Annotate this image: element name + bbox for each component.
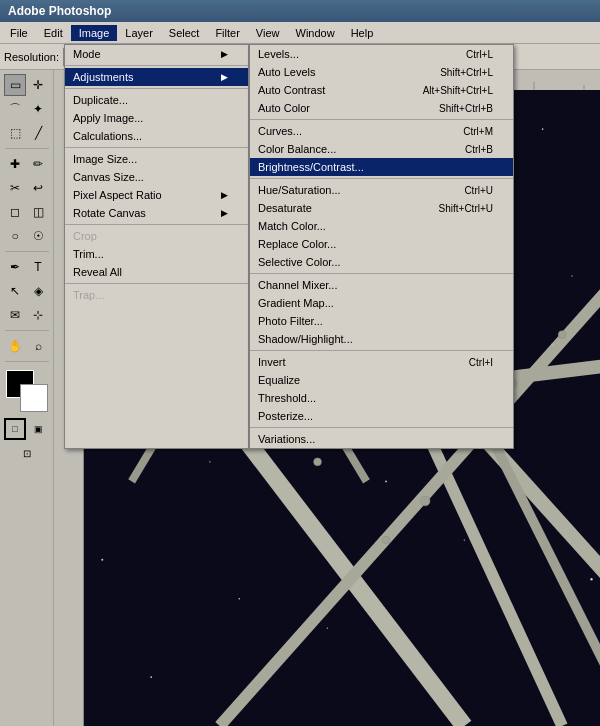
mode-arrow: ▶	[221, 49, 228, 59]
menu-item-mode-label: Mode	[73, 48, 101, 60]
adj-equalize[interactable]: Equalize	[250, 371, 513, 389]
adj-levels[interactable]: Levels... Ctrl+L	[250, 45, 513, 63]
menu-item-image-size[interactable]: Image Size...	[65, 150, 248, 168]
eyedropper-tool[interactable]: ⊹	[27, 304, 49, 326]
zoom-tool[interactable]: ⌕	[27, 335, 49, 357]
menu-item-adjustments[interactable]: Adjustments ▶	[65, 68, 248, 86]
menu-view[interactable]: View	[248, 25, 288, 41]
eraser-tool[interactable]: ◻	[4, 201, 26, 223]
adj-posterize[interactable]: Posterize...	[250, 407, 513, 425]
clone-tool[interactable]: ✂	[4, 177, 26, 199]
adj-match-color[interactable]: Match Color...	[250, 217, 513, 235]
adj-desaturate[interactable]: Desaturate Shift+Ctrl+U	[250, 199, 513, 217]
menu-item-calculations-label: Calculations...	[73, 130, 142, 142]
adj-variations[interactable]: Variations...	[250, 430, 513, 448]
standard-mode[interactable]: □	[4, 418, 26, 440]
background-color[interactable]	[20, 384, 48, 412]
tool-separator-1	[5, 148, 49, 149]
screen-mode[interactable]: ⊡	[16, 442, 38, 464]
hand-tool[interactable]: ✋	[4, 335, 26, 357]
adj-invert-label: Invert	[258, 356, 286, 368]
adj-replace-color[interactable]: Replace Color...	[250, 235, 513, 253]
color-swatch[interactable]	[6, 370, 48, 412]
adj-auto-contrast[interactable]: Auto Contrast Alt+Shift+Ctrl+L	[250, 81, 513, 99]
image-menu: Mode ▶ Adjustments ▶ Duplicate... Apply …	[64, 44, 249, 449]
adj-brightness-contrast[interactable]: Brightness/Contrast...	[250, 158, 513, 176]
text-tool[interactable]: T	[27, 256, 49, 278]
marquee-tool[interactable]: ▭	[4, 74, 26, 96]
title-bar: Adobe Photoshop	[0, 0, 600, 22]
menu-item-rotate-canvas[interactable]: Rotate Canvas ▶	[65, 204, 248, 222]
separator-1	[65, 65, 248, 66]
menu-layer[interactable]: Layer	[117, 25, 161, 41]
adj-auto-color-shortcut: Shift+Ctrl+B	[439, 103, 493, 114]
adj-posterize-label: Posterize...	[258, 410, 313, 422]
history-brush-tool[interactable]: ↩	[27, 177, 49, 199]
menu-item-calculations[interactable]: Calculations...	[65, 127, 248, 145]
adj-shadow-highlight[interactable]: Shadow/Highlight...	[250, 330, 513, 348]
tool-separator-4	[5, 361, 49, 362]
slice-tool[interactable]: ╱	[27, 122, 49, 144]
dodge-tool[interactable]: ○	[4, 225, 26, 247]
menu-select[interactable]: Select	[161, 25, 208, 41]
adj-auto-contrast-label: Auto Contrast	[258, 84, 325, 96]
lasso-tool[interactable]: ⌒	[4, 98, 26, 120]
menu-item-trap: Trap...	[65, 286, 248, 304]
menu-filter[interactable]: Filter	[207, 25, 247, 41]
menu-item-trim[interactable]: Trim...	[65, 245, 248, 263]
adj-gradient-map[interactable]: Gradient Map...	[250, 294, 513, 312]
adj-sep-2	[250, 178, 513, 179]
menu-image[interactable]: Image	[71, 25, 118, 41]
adj-curves-shortcut: Ctrl+M	[463, 126, 493, 137]
adj-channel-mixer[interactable]: Channel Mixer...	[250, 276, 513, 294]
adj-photo-filter[interactable]: Photo Filter...	[250, 312, 513, 330]
adj-color-balance[interactable]: Color Balance... Ctrl+B	[250, 140, 513, 158]
svg-point-54	[382, 536, 390, 544]
menu-item-image-size-label: Image Size...	[73, 153, 137, 165]
tools-panel: ▭ ✛ ⌒ ✦ ⬚ ╱ ✚ ✏ ✂ ↩ ◻ ◫ ○ ☉ ✒	[0, 70, 54, 726]
menu-item-mode[interactable]: Mode ▶	[65, 45, 248, 63]
path-select-tool[interactable]: ↖	[4, 280, 26, 302]
tool-separator-2	[5, 251, 49, 252]
adj-auto-color[interactable]: Auto Color Shift+Ctrl+B	[250, 99, 513, 117]
menu-item-duplicate[interactable]: Duplicate...	[65, 91, 248, 109]
quick-mask-mode[interactable]: ▣	[27, 418, 49, 440]
menu-help[interactable]: Help	[343, 25, 382, 41]
adj-invert[interactable]: Invert Ctrl+I	[250, 353, 513, 371]
pen-tool[interactable]: ✒	[4, 256, 26, 278]
menu-item-canvas-size[interactable]: Canvas Size...	[65, 168, 248, 186]
adj-color-balance-shortcut: Ctrl+B	[465, 144, 493, 155]
shape-tool[interactable]: ◈	[27, 280, 49, 302]
svg-point-20	[542, 128, 544, 130]
gradient-tool[interactable]: ◫	[27, 201, 49, 223]
adj-curves-label: Curves...	[258, 125, 302, 137]
adj-brightness-contrast-label: Brightness/Contrast...	[258, 161, 364, 173]
brush-tool[interactable]: ✏	[27, 153, 49, 175]
menu-file[interactable]: File	[2, 25, 36, 41]
adj-hue-saturation[interactable]: Hue/Saturation... Ctrl+U	[250, 181, 513, 199]
crop-tool[interactable]: ⬚	[4, 122, 26, 144]
adj-curves[interactable]: Curves... Ctrl+M	[250, 122, 513, 140]
rotate-canvas-arrow: ▶	[221, 208, 228, 218]
adj-auto-levels[interactable]: Auto Levels Shift+Ctrl+L	[250, 63, 513, 81]
menu-item-duplicate-label: Duplicate...	[73, 94, 128, 106]
adj-selective-color-label: Selective Color...	[258, 256, 341, 268]
adj-channel-mixer-label: Channel Mixer...	[258, 279, 337, 291]
tool-separator-3	[5, 330, 49, 331]
svg-point-53	[314, 458, 322, 466]
adj-color-balance-label: Color Balance...	[258, 143, 336, 155]
menu-item-reveal-all[interactable]: Reveal All	[65, 263, 248, 281]
menu-item-pixel-aspect[interactable]: Pixel Aspect Ratio ▶	[65, 186, 248, 204]
smudge-tool[interactable]: ☉	[27, 225, 49, 247]
move-tool[interactable]: ✛	[27, 74, 49, 96]
magic-wand-tool[interactable]: ✦	[27, 98, 49, 120]
menu-edit[interactable]: Edit	[36, 25, 71, 41]
adj-selective-color[interactable]: Selective Color...	[250, 253, 513, 271]
separator-5	[65, 283, 248, 284]
adj-threshold[interactable]: Threshold...	[250, 389, 513, 407]
svg-point-35	[464, 539, 465, 540]
heal-tool[interactable]: ✚	[4, 153, 26, 175]
menu-item-apply-image[interactable]: Apply Image...	[65, 109, 248, 127]
notes-tool[interactable]: ✉	[4, 304, 26, 326]
menu-window[interactable]: Window	[288, 25, 343, 41]
